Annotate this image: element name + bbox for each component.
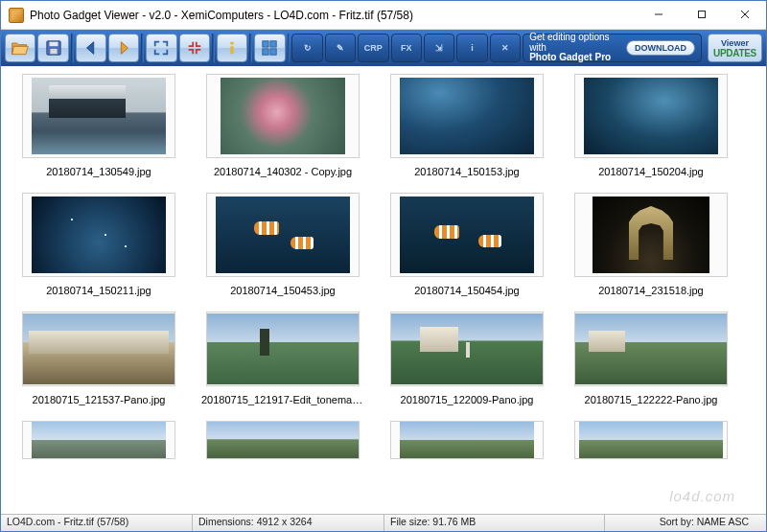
thumbnail-cell[interactable]: 20180714_150153.jpg: [381, 74, 553, 187]
svg-rect-8: [230, 46, 234, 54]
download-button[interactable]: DOWNLOAD: [626, 40, 695, 56]
updates-label-2: UPDATES: [713, 48, 756, 58]
thumbnail-cell[interactable]: 20180715_122222-Pano.jpg: [565, 312, 737, 415]
image-placeholder: [23, 313, 174, 384]
close-button[interactable]: [723, 1, 766, 28]
thumbnail-image: [206, 421, 360, 459]
thumbnail-cell[interactable]: 20180714_150211.jpg: [12, 193, 185, 306]
thumbnail-cell[interactable]: 20180715_122009-Pano.jpg: [381, 312, 553, 415]
grid-icon: [260, 39, 279, 57]
thumbnail-filename: 20180714_150453.jpg: [230, 285, 336, 296]
minimize-button[interactable]: [637, 1, 680, 28]
svg-rect-9: [263, 41, 268, 47]
expand-icon: [151, 39, 171, 57]
svg-rect-11: [263, 49, 268, 55]
image-placeholder: [575, 313, 727, 384]
resize-icon: ⇲: [435, 43, 443, 53]
image-placeholder: [32, 421, 166, 459]
thumbnail-image: [206, 74, 360, 158]
thumbnail-cell[interactable]: [197, 421, 369, 459]
svg-rect-12: [270, 49, 276, 55]
maximize-button[interactable]: [680, 1, 723, 28]
status-dimensions: Dimensions: 4912 x 3264: [193, 515, 384, 531]
thumbnail-filename: 20180714_150454.jpg: [414, 285, 520, 296]
thumbnail-image: [390, 193, 544, 277]
image-placeholder: [400, 78, 534, 154]
thumbnail-image: [22, 193, 175, 277]
svg-rect-7: [230, 42, 234, 45]
status-file: LO4D.com - Fritz.tif (57/58): [1, 515, 193, 531]
info-button[interactable]: [217, 34, 247, 62]
thumbnail-cell[interactable]: 20180715_121917-Edit_tonemappe...: [197, 312, 369, 415]
svg-rect-5: [49, 42, 58, 47]
fullscreen-button[interactable]: [146, 34, 176, 62]
image-placeholder: [221, 78, 345, 154]
fit-button[interactable]: [179, 34, 210, 62]
image-placeholder: [216, 197, 350, 273]
toolbar-separator: [212, 34, 215, 62]
prev-button[interactable]: [76, 34, 106, 62]
image-placeholder: [32, 197, 166, 273]
toolbar-separator: [71, 34, 74, 62]
thumbnail-cell[interactable]: 20180714_140302 - Copy.jpg: [197, 74, 369, 187]
image-placeholder: [400, 197, 534, 273]
svg-rect-1: [698, 12, 705, 18]
svg-rect-6: [50, 49, 57, 54]
rotate-icon: ↻: [304, 43, 312, 53]
thumbnail-image: [390, 421, 544, 459]
next-button[interactable]: [108, 34, 139, 62]
thumbnail-image: [390, 312, 544, 386]
thumbnail-filename: 20180715_121537-Pano.jpg: [33, 394, 166, 405]
image-placeholder: [207, 421, 359, 459]
updates-label-1: Viewer: [721, 38, 749, 48]
titlebar: Photo Gadget Viewer - v2.0 - XemiCompute…: [1, 1, 766, 30]
open-button[interactable]: [5, 34, 35, 62]
image-placeholder: [32, 78, 166, 154]
window-controls: [637, 1, 766, 29]
thumbnail-cell[interactable]: 20180714_150453.jpg: [197, 193, 369, 306]
thumbnail-cell[interactable]: [565, 421, 737, 459]
thumbnail-image: [574, 193, 728, 277]
thumbnail-image: [22, 312, 175, 386]
thumbnail-cell[interactable]: [381, 421, 553, 459]
crop-label: CRP: [364, 43, 383, 53]
rotate-button[interactable]: ↻: [291, 34, 322, 62]
thumbnail-cell[interactable]: 20180715_121537-Pano.jpg: [12, 312, 185, 415]
thumbnail-image: [574, 312, 728, 386]
thumbnail-cell[interactable]: 20180714_150454.jpg: [381, 193, 553, 306]
promo-line1: Get editing options with: [529, 33, 620, 53]
app-icon: [9, 8, 24, 23]
image-placeholder: [391, 313, 543, 384]
save-button[interactable]: [37, 34, 68, 62]
thumbnail-image: [574, 421, 728, 459]
promo-text: Get editing options with Photo Gadget Pr…: [529, 33, 620, 63]
thumbnail-area[interactable]: 20180714_130549.jpg20180714_140302 - Cop…: [1, 66, 766, 514]
thumbnail-cell[interactable]: 20180714_130549.jpg: [12, 74, 185, 187]
window-title: Photo Gadget Viewer - v2.0 - XemiCompute…: [30, 9, 637, 22]
updates-button[interactable]: Viewer UPDATES: [708, 34, 762, 62]
image-placeholder: [400, 421, 534, 459]
status-sort: Sort by: NAME ASC: [654, 515, 766, 531]
resize-button[interactable]: ⇲: [424, 34, 454, 62]
meta-button[interactable]: i: [456, 34, 487, 62]
thumbnail-cell[interactable]: 20180714_150204.jpg: [565, 74, 737, 187]
arrow-left-icon: [81, 39, 101, 57]
save-icon: [44, 39, 63, 57]
delete-icon: ✕: [501, 43, 509, 53]
crop-button[interactable]: CRP: [358, 34, 388, 62]
thumbnail-filename: 20180714_150211.jpg: [46, 285, 151, 296]
svg-rect-10: [270, 41, 276, 47]
toolbar-separator: [288, 34, 291, 62]
delete-button[interactable]: ✕: [490, 34, 521, 62]
thumbnails-button[interactable]: [254, 34, 285, 62]
thumbnail-image: [574, 74, 728, 158]
thumbnail-cell[interactable]: [12, 421, 185, 459]
fx-button[interactable]: FX: [391, 34, 422, 62]
thumbnail-filename: 20180715_122222-Pano.jpg: [585, 394, 718, 405]
image-placeholder: [207, 313, 359, 384]
thumbnail-image: [22, 74, 175, 158]
thumbnail-cell[interactable]: 20180714_231518.jpg: [565, 193, 737, 306]
edit-button[interactable]: ✎: [325, 34, 356, 62]
arrow-right-icon: [114, 39, 133, 57]
thumbnail-image: [390, 74, 544, 158]
